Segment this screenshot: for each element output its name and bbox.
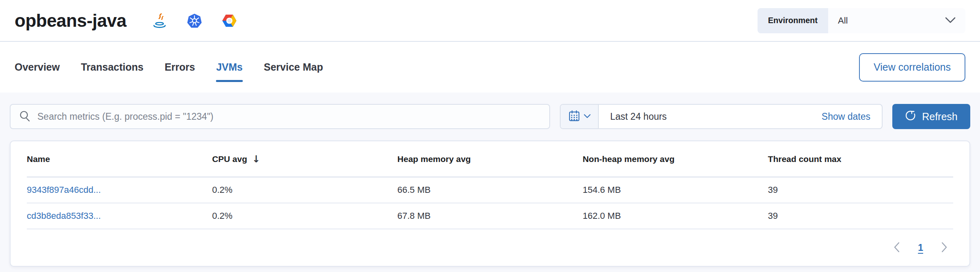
column-header-cpu-avg[interactable]: CPU avg ↓ (212, 141, 397, 177)
apm-service-page: opbeans-java (0, 0, 980, 272)
time-range-value[interactable]: Last 24 hours (599, 111, 822, 122)
tab-jvms[interactable]: JVMs (216, 42, 242, 93)
date-quick-select-button[interactable] (561, 105, 599, 128)
refresh-button[interactable]: Refresh (892, 104, 970, 129)
jvm-metrics-panel: Name CPU avg ↓ Heap memory avg Non-heap … (10, 140, 970, 267)
service-header: opbeans-java (0, 0, 980, 42)
google-cloud-icon (222, 13, 237, 28)
metrics-search-input[interactable] (37, 111, 541, 122)
jvm-link[interactable]: 9343f897a46cdd... (27, 185, 101, 195)
table-header-row: Name CPU avg ↓ Heap memory avg Non-heap … (27, 141, 953, 177)
jvm-name-cell: 9343f897a46cdd... (27, 177, 212, 203)
table-row: cd3b8eda853f33... 0.2% 67.8 MB 162.0 MB … (27, 203, 953, 229)
column-header-thread-count-max[interactable]: Thread count max (768, 141, 953, 177)
chevron-down-icon (945, 15, 956, 26)
non-heap-memory-avg-cell: 162.0 MB (583, 203, 768, 229)
tab-errors[interactable]: Errors (164, 42, 195, 93)
chevron-down-icon (584, 113, 591, 120)
column-header-name[interactable]: Name (27, 141, 212, 177)
search-icon (19, 110, 31, 123)
column-header-non-heap-memory-avg[interactable]: Non-heap memory avg (583, 141, 768, 177)
date-picker: Last 24 hours Show dates (560, 104, 883, 129)
previous-page-button[interactable] (894, 242, 900, 254)
heap-memory-avg-cell: 67.8 MB (397, 203, 583, 229)
jvm-link[interactable]: cd3b8eda853f33... (27, 211, 101, 221)
page-number-1[interactable]: 1 (918, 242, 923, 253)
environment-filter: Environment All (758, 8, 965, 33)
heap-memory-avg-cell: 66.5 MB (397, 177, 583, 203)
cpu-avg-cell: 0.2% (212, 203, 397, 229)
chevron-left-icon (894, 242, 900, 254)
kubernetes-icon (187, 13, 202, 28)
jvm-metrics-table: Name CPU avg ↓ Heap memory avg Non-heap … (27, 141, 953, 229)
next-page-button[interactable] (941, 242, 948, 254)
tab-overview[interactable]: Overview (15, 42, 60, 93)
sort-desc-icon: ↓ (252, 153, 260, 165)
non-heap-memory-avg-cell: 154.6 MB (583, 177, 768, 203)
environment-select[interactable]: All (828, 8, 965, 33)
controls-row: Last 24 hours Show dates Refresh (0, 93, 980, 129)
refresh-icon (905, 110, 916, 123)
pagination: 1 (27, 229, 953, 266)
jvm-name-cell: cd3b8eda853f33... (27, 203, 212, 229)
thread-count-max-cell: 39 (768, 203, 953, 229)
tab-transactions[interactable]: Transactions (81, 42, 143, 93)
refresh-label: Refresh (922, 111, 958, 123)
page-title: opbeans-java (15, 11, 126, 31)
cpu-avg-cell: 0.2% (212, 177, 397, 203)
calendar-icon (568, 110, 580, 123)
thread-count-max-cell: 39 (768, 177, 953, 203)
environment-label: Environment (758, 8, 828, 33)
tab-service-map[interactable]: Service Map (264, 42, 323, 93)
chevron-right-icon (941, 242, 948, 254)
java-icon (152, 13, 167, 28)
table-row: 9343f897a46cdd... 0.2% 66.5 MB 154.6 MB … (27, 177, 953, 203)
metrics-search-box[interactable] (10, 104, 550, 129)
show-dates-link[interactable]: Show dates (822, 111, 882, 122)
environment-value: All (838, 15, 848, 26)
column-header-heap-memory-avg[interactable]: Heap memory avg (397, 141, 583, 177)
tab-bar: Overview Transactions Errors JVMs Servic… (0, 42, 980, 93)
view-correlations-button[interactable]: View correlations (859, 53, 965, 82)
agent-icons (152, 13, 237, 28)
